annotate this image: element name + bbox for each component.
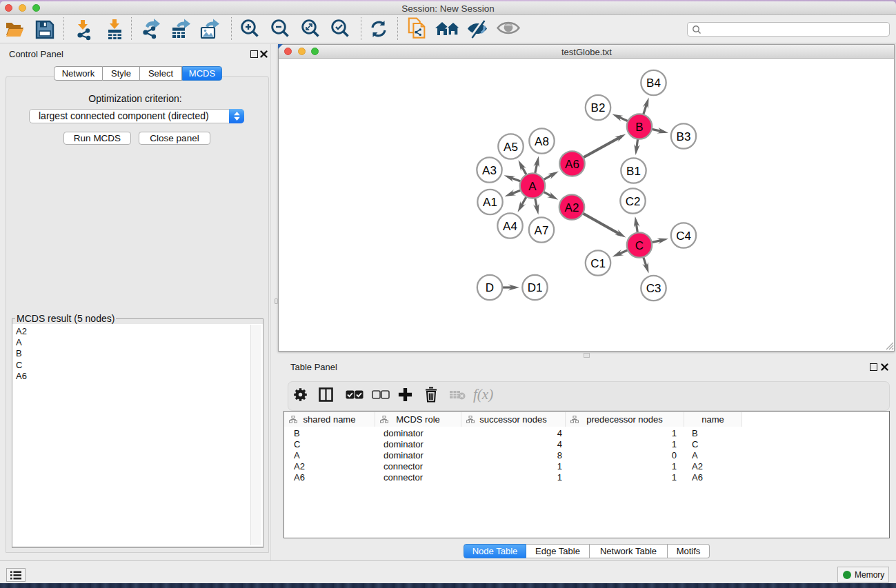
svg-text:D: D (486, 281, 494, 294)
svg-text:C1: C1 (590, 257, 606, 270)
svg-text:A: A (528, 180, 537, 193)
svg-text:B4: B4 (646, 77, 661, 90)
svg-text:C4: C4 (676, 230, 691, 243)
svg-text:A3: A3 (482, 164, 497, 177)
svg-text:C3: C3 (646, 282, 661, 295)
svg-text:D1: D1 (528, 281, 543, 294)
svg-text:A4: A4 (503, 220, 517, 233)
svg-text:A2: A2 (565, 201, 579, 214)
svg-text:A8: A8 (535, 135, 549, 148)
svg-text:A7: A7 (535, 224, 549, 237)
svg-text:B3: B3 (677, 130, 691, 143)
svg-text:B2: B2 (591, 101, 606, 114)
svg-text:C2: C2 (626, 195, 641, 208)
svg-text:A1: A1 (483, 196, 497, 209)
svg-text:A5: A5 (504, 141, 518, 154)
svg-text:A6: A6 (565, 158, 579, 171)
svg-text:B: B (635, 121, 643, 134)
svg-text:C: C (635, 239, 644, 252)
svg-text:B1: B1 (626, 165, 641, 178)
